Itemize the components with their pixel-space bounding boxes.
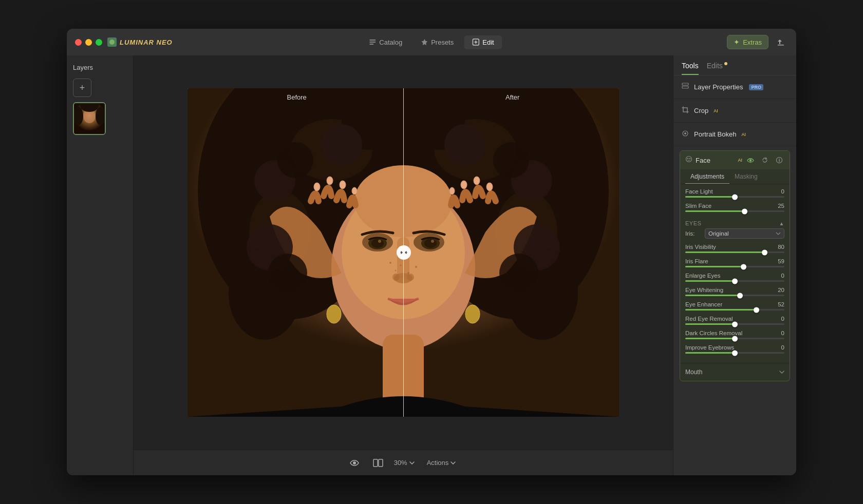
left-sidebar: Layers + (67, 55, 134, 475)
extras-button[interactable]: ✦ Extras (727, 35, 768, 49)
enlarge-eyes-thumb[interactable] (732, 278, 738, 284)
iris-flare-slider[interactable] (685, 266, 784, 267)
add-layer-button[interactable]: + (73, 79, 91, 97)
svg-point-35 (431, 240, 434, 243)
iris-label: Iris: (685, 230, 701, 237)
svg-point-48 (449, 187, 455, 195)
mouth-section[interactable]: Mouth (680, 363, 790, 381)
slim-face-thumb[interactable] (742, 208, 747, 214)
svg-point-34 (378, 240, 381, 243)
face-light-slider[interactable] (685, 196, 784, 198)
svg-point-33 (424, 239, 437, 248)
portrait-bokeh-header[interactable]: Portrait Bokeh AI (682, 128, 788, 141)
eye-icon (350, 459, 359, 467)
app-logo-icon (107, 37, 117, 47)
title-bar-nav: Catalog Presets Edit (361, 35, 502, 49)
main-content: Layers + (67, 55, 796, 475)
svg-rect-1 (369, 40, 376, 41)
mouth-expand-icon (779, 371, 784, 374)
masking-sub-tab[interactable]: Masking (729, 169, 763, 184)
enlarge-eyes-slider[interactable] (685, 280, 784, 282)
compare-toggle-button[interactable] (370, 455, 386, 471)
improve-eyebrows-fill (685, 352, 735, 354)
svg-point-56 (277, 142, 313, 178)
catalog-nav-btn[interactable]: Catalog (361, 35, 410, 49)
eye-enhancer-slider[interactable] (685, 309, 784, 311)
iris-visibility-label: Iris Visibility (685, 244, 716, 250)
face-adjustments: Face Light 0 Slim Face (680, 184, 790, 363)
improve-eyebrows-value: 0 (772, 344, 784, 351)
improve-eyebrows-thumb[interactable] (732, 350, 738, 356)
edit-icon (472, 38, 479, 46)
iris-visibility-value: 80 (772, 244, 784, 250)
face-visibility-button[interactable] (745, 155, 756, 165)
svg-rect-72 (682, 86, 688, 88)
svg-point-77 (689, 158, 690, 159)
slim-face-label: Slim Face (685, 203, 711, 209)
title-bar-right: ✦ Extras (727, 35, 788, 49)
iris-visibility-thumb[interactable] (762, 249, 767, 255)
slim-face-slider[interactable] (685, 210, 784, 212)
actions-chevron-icon (451, 461, 456, 464)
svg-point-42 (327, 177, 333, 185)
edits-tab[interactable]: Edits (707, 62, 727, 75)
svg-rect-8 (778, 45, 784, 46)
photo-svg (187, 88, 619, 417)
close-button[interactable] (75, 39, 82, 46)
presets-nav-btn[interactable]: Presets (412, 35, 462, 49)
actions-button[interactable]: Actions (423, 457, 460, 469)
zoom-control[interactable]: 30% (394, 459, 415, 467)
red-eye-thumb[interactable] (732, 321, 738, 327)
eye-whitening-slider[interactable] (685, 295, 784, 296)
face-light-thumb[interactable] (732, 194, 738, 200)
share-icon (777, 38, 785, 46)
face-info-button[interactable] (774, 155, 784, 165)
svg-rect-70 (379, 459, 383, 467)
svg-point-78 (749, 159, 752, 161)
svg-rect-27 (397, 237, 409, 278)
iris-flare-thumb[interactable] (741, 264, 746, 269)
share-button[interactable] (774, 35, 788, 49)
dark-circles-thumb[interactable] (732, 336, 738, 341)
eye-whitening-value: 20 (772, 287, 784, 293)
slim-face-row: Slim Face 25 (685, 203, 784, 212)
iris-visibility-slider[interactable] (685, 251, 784, 253)
tools-tab[interactable]: Tools (682, 62, 699, 75)
zoom-chevron-icon (409, 461, 415, 464)
face-light-label: Face Light (685, 188, 713, 195)
adjustments-sub-tab[interactable]: Adjustments (685, 169, 729, 184)
slim-face-fill (685, 210, 745, 212)
minimize-button[interactable] (85, 39, 92, 46)
dark-circles-slider[interactable] (685, 338, 784, 339)
svg-point-41 (314, 183, 320, 191)
eye-enhancer-fill (685, 309, 757, 311)
svg-point-75 (686, 157, 692, 162)
red-eye-label: Red Eye Removal (685, 316, 733, 322)
maximize-button[interactable] (96, 39, 102, 46)
svg-point-76 (687, 158, 688, 159)
eye-enhancer-thumb[interactable] (754, 307, 759, 313)
svg-point-50 (395, 270, 397, 272)
edit-nav-btn[interactable]: Edit (464, 35, 502, 49)
red-eye-slider[interactable] (685, 323, 784, 325)
layer-thumbnail[interactable] (73, 102, 106, 135)
face-panel-header: Face AI (680, 151, 790, 169)
improve-eyebrows-slider[interactable] (685, 352, 784, 354)
panel-content: Layer Properties PRO Crop AI (673, 75, 796, 475)
improve-eyebrows-row: Improve Eyebrows0 (685, 344, 784, 354)
svg-point-44 (352, 187, 357, 195)
panel-tabs: Tools Edits (673, 55, 796, 75)
enlarge-eyes-value: 0 (772, 273, 784, 279)
eye-whitening-thumb[interactable] (737, 293, 743, 298)
crop-header[interactable]: Crop AI (682, 104, 788, 117)
crop-label: Crop (694, 107, 708, 114)
eyes-group-title[interactable]: Eyes ▲ (685, 217, 784, 228)
right-panel: Tools Edits Layer Properties PRO (673, 55, 796, 475)
layer-properties-header[interactable]: Layer Properties PRO (682, 81, 788, 93)
face-reset-button[interactable] (760, 155, 770, 165)
iris-select[interactable]: Original (705, 228, 784, 239)
svg-point-0 (109, 40, 115, 45)
enlarge-eyes-label: Enlarge Eyes (685, 273, 720, 279)
visibility-toggle-button[interactable] (347, 455, 362, 471)
svg-point-39 (327, 305, 341, 323)
